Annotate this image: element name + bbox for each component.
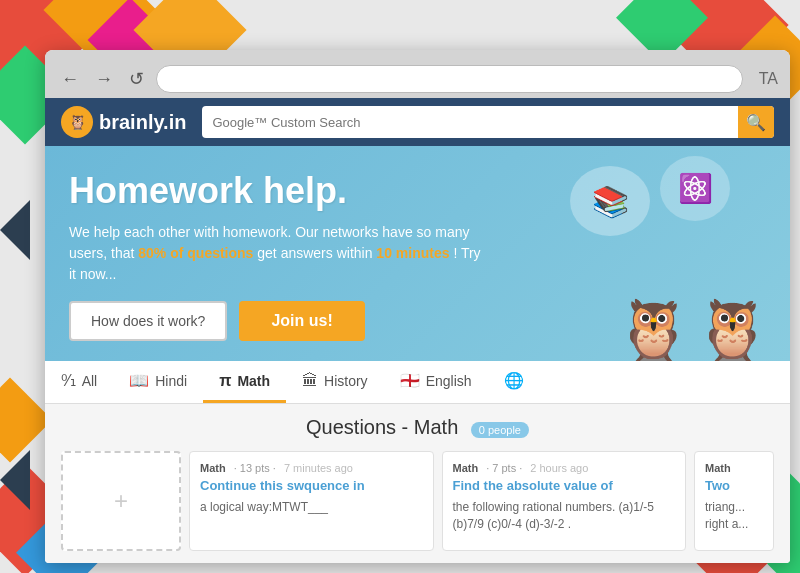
q-meta-3: Math bbox=[705, 462, 763, 474]
english-icon: 🏴󠁧󠁢󠁥󠁮󠁧󠁿 bbox=[400, 371, 420, 390]
search-input[interactable] bbox=[202, 115, 738, 130]
owls-illustration: 🦉 🦉 bbox=[616, 301, 770, 361]
history-icon: 🏛 bbox=[302, 372, 318, 390]
q-pts-2: · 7 pts · bbox=[486, 462, 522, 474]
q-body-2: the following rational numbers. (a)1/-5 … bbox=[453, 499, 676, 533]
tab-english-label: English bbox=[426, 373, 472, 389]
navigation-tabs: ⁰⁄₁ All 📖 Hindi π Math 🏛 History 🏴󠁧󠁢󠁥󠁮󠁧󠁿… bbox=[45, 361, 790, 404]
hero-description: We help each other with homework. Our ne… bbox=[69, 222, 489, 285]
tab-hindi-label: Hindi bbox=[155, 373, 187, 389]
q-title-2[interactable]: Find the absolute value of bbox=[453, 478, 676, 495]
tab-hindi[interactable]: 📖 Hindi bbox=[113, 361, 203, 403]
tab-english[interactable]: 🏴󠁧󠁢󠁥󠁮󠁧󠁿 English bbox=[384, 361, 488, 403]
q-subject-1: Math bbox=[200, 462, 226, 474]
q-meta-1: Math · 13 pts · 7 minutes ago bbox=[200, 462, 423, 474]
join-us-button[interactable]: Join us! bbox=[239, 301, 364, 341]
tab-all-label: All bbox=[82, 373, 98, 389]
questions-grid: + Math · 13 pts · 7 minutes ago Continue… bbox=[61, 451, 774, 551]
translate-icon: TA bbox=[759, 70, 778, 88]
q-subject-2: Math bbox=[453, 462, 479, 474]
browser-chrome: ← → ↺ TA bbox=[45, 50, 790, 98]
address-bar[interactable] bbox=[156, 65, 743, 93]
logo-text: brainly.in bbox=[99, 111, 186, 134]
owl-right: 🦉 bbox=[695, 301, 770, 361]
tab-more[interactable]: 🌐 bbox=[488, 361, 540, 403]
hindi-icon: 📖 bbox=[129, 371, 149, 390]
all-icon: ⁰⁄₁ bbox=[61, 371, 76, 390]
svg-marker-14 bbox=[0, 200, 30, 260]
logo-icon: 🦉 bbox=[61, 106, 93, 138]
forward-button[interactable]: → bbox=[91, 67, 117, 92]
math-icon: π bbox=[219, 372, 231, 390]
tab-history[interactable]: 🏛 History bbox=[286, 361, 384, 403]
questions-title: Questions - Math bbox=[306, 416, 458, 438]
hero-banner: Homework help. We help each other with h… bbox=[45, 146, 790, 361]
tab-history-label: History bbox=[324, 373, 368, 389]
tab-math[interactable]: π Math bbox=[203, 361, 286, 403]
tab-math-label: Math bbox=[237, 373, 270, 389]
add-question-card[interactable]: + bbox=[61, 451, 181, 551]
site-header: 🦉 brainly.in 🔍 bbox=[45, 98, 790, 146]
more-icon: 🌐 bbox=[504, 371, 524, 390]
q-body-3: triang... right a... bbox=[705, 499, 763, 533]
q-body-1: a logical way:MTWT___ bbox=[200, 499, 423, 516]
add-icon: + bbox=[114, 487, 128, 515]
questions-badge: 0 people bbox=[471, 422, 529, 438]
question-card-1[interactable]: Math · 13 pts · 7 minutes ago Continue t… bbox=[189, 451, 434, 551]
q-time-1: 7 minutes ago bbox=[284, 462, 353, 474]
logo[interactable]: 🦉 brainly.in bbox=[61, 106, 186, 138]
browser-window: ← → ↺ TA 🦉 brainly.in 🔍 Homework help. W… bbox=[45, 50, 790, 563]
q-meta-2: Math · 7 pts · 2 hours ago bbox=[453, 462, 676, 474]
question-card-3[interactable]: Math Two triang... right a... bbox=[694, 451, 774, 551]
question-card-2[interactable]: Math · 7 pts · 2 hours ago Find the abso… bbox=[442, 451, 687, 551]
q-subject-3: Math bbox=[705, 462, 731, 474]
q-title-1[interactable]: Continue this swquence in bbox=[200, 478, 423, 495]
search-bar: 🔍 bbox=[202, 106, 774, 138]
q-pts-1: · 13 pts · bbox=[234, 462, 276, 474]
q-title-3[interactable]: Two bbox=[705, 478, 763, 495]
q-time-2: 2 hours ago bbox=[530, 462, 588, 474]
book-illustration: 📚 bbox=[570, 166, 650, 236]
questions-section: Questions - Math 0 people + Math · 13 pt… bbox=[45, 404, 790, 563]
tab-all[interactable]: ⁰⁄₁ All bbox=[45, 361, 113, 403]
questions-header: Questions - Math 0 people bbox=[61, 416, 774, 439]
refresh-button[interactable]: ↺ bbox=[125, 66, 148, 92]
search-button[interactable]: 🔍 bbox=[738, 106, 774, 138]
how-it-works-button[interactable]: How does it work? bbox=[69, 301, 227, 341]
atom-illustration: ⚛️ bbox=[660, 156, 730, 221]
back-button[interactable]: ← bbox=[57, 67, 83, 92]
owl-left: 🦉 bbox=[616, 301, 691, 361]
